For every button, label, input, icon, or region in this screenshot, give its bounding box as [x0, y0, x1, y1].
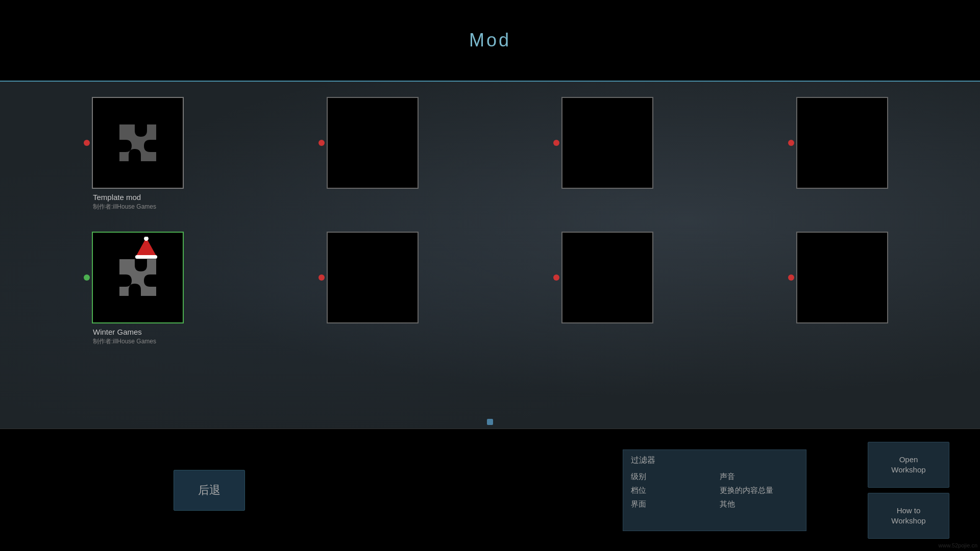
mod-slot-empty-2[interactable] [561, 97, 653, 211]
mod-slot-empty-1[interactable] [327, 97, 419, 211]
dot-indicator-empty-4 [318, 274, 325, 281]
mod-thumbnail-empty-3[interactable] [796, 97, 888, 189]
workshop-buttons: OpenWorkshop How toWorkshop [868, 442, 949, 539]
how-to-workshop-button[interactable]: How toWorkshop [868, 493, 949, 539]
mod-info-winter: Winter Games 制作者:illHouse Games [92, 328, 156, 346]
svg-rect-1 [135, 255, 157, 259]
xmas-hat-icon [132, 237, 160, 260]
main-area: Template mod 制作者:illHouse Games [0, 82, 980, 429]
mod-name-winter: Winter Games [93, 328, 156, 336]
dot-indicator-empty-3 [788, 140, 794, 146]
dot-indicator-empty-6 [788, 274, 794, 281]
filter-item-other[interactable]: 其他 [720, 499, 798, 509]
mod-thumbnail-winter[interactable] [92, 232, 184, 323]
bottom-bar: 后退 过滤器 级别 声音 档位 更换的内容总量 界面 其他 OpenWorksh… [0, 429, 980, 551]
filter-title: 过滤器 [631, 455, 798, 466]
mod-thumbnail-empty-4[interactable] [327, 232, 419, 323]
dot-indicator-empty-5 [553, 274, 559, 281]
filter-item-ui[interactable]: 界面 [631, 499, 709, 509]
mod-slot-empty-3[interactable] [796, 97, 888, 211]
open-workshop-button[interactable]: OpenWorkshop [868, 442, 949, 488]
svg-point-2 [144, 237, 149, 241]
dot-indicator-empty-2 [553, 140, 559, 146]
top-bar: Mod [0, 0, 980, 82]
mod-author-template: 制作者:illHouse Games [93, 203, 156, 211]
mod-thumbnail-empty-5[interactable] [561, 232, 653, 323]
mod-thumbnail-empty-1[interactable] [327, 97, 419, 189]
mod-thumbnail-empty-6[interactable] [796, 232, 888, 323]
page-indicator [487, 419, 493, 425]
watermark: www.52pojie.cn [939, 542, 977, 548]
mod-slot-template[interactable]: Template mod 制作者:illHouse Games [92, 97, 184, 211]
dot-indicator-template [84, 140, 90, 146]
mod-grid: Template mod 制作者:illHouse Games [0, 82, 980, 361]
filter-item-level[interactable]: 级别 [631, 472, 709, 482]
page-title: Mod [469, 30, 511, 51]
mod-author-winter: 制作者:illHouse Games [93, 337, 156, 346]
dot-indicator-empty-1 [318, 140, 325, 146]
mod-info-template: Template mod 制作者:illHouse Games [92, 193, 156, 211]
mod-thumbnail-empty-2[interactable] [561, 97, 653, 189]
mod-slot-winter[interactable]: Winter Games 制作者:illHouse Games [92, 232, 184, 346]
mod-slot-empty-5[interactable] [561, 232, 653, 346]
filter-grid: 级别 声音 档位 更换的内容总量 界面 其他 [631, 472, 798, 509]
filter-item-gear[interactable]: 档位 [631, 486, 709, 495]
filter-item-replace[interactable]: 更换的内容总量 [720, 486, 798, 495]
filter-item-sound[interactable]: 声音 [720, 472, 798, 482]
mod-name-template: Template mod [93, 193, 156, 202]
filter-panel: 过滤器 级别 声音 档位 更换的内容总量 界面 其他 [623, 449, 806, 531]
puzzle-icon-template [107, 112, 168, 173]
dot-indicator-winter [84, 274, 90, 281]
mod-slot-empty-6[interactable] [796, 232, 888, 346]
mod-thumbnail-template[interactable] [92, 97, 184, 189]
mod-slot-empty-4[interactable] [327, 232, 419, 346]
back-button[interactable]: 后退 [174, 470, 245, 511]
